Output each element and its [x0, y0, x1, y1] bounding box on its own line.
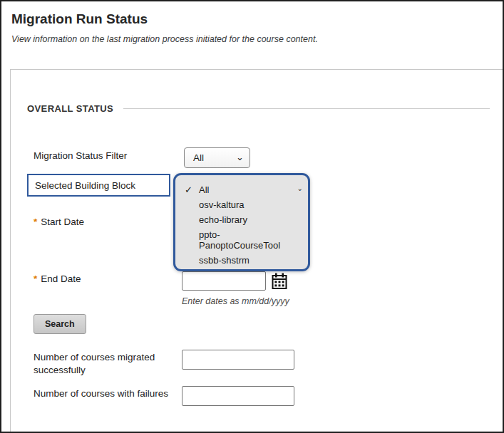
chevron-down-icon: ⌄	[236, 152, 244, 162]
search-button[interactable]: Search	[34, 314, 86, 334]
building-block-dropdown: ⌄ ✓ All osv-kaltura echo-library ppto-Pa…	[173, 173, 310, 271]
start-date-label-text: Start Date	[41, 216, 84, 227]
option-label: ssbb-shstrm	[199, 255, 250, 266]
dropdown-option-ppto-panoptocoursetool[interactable]: ppto-PanoptoCourseTool	[175, 227, 308, 253]
option-label: osv-kaltura	[199, 199, 245, 210]
building-block-option-list: ✓ All osv-kaltura echo-library ppto-Pano…	[175, 182, 308, 268]
option-label: echo-library	[199, 214, 247, 225]
end-date-label-text: End Date	[41, 273, 81, 284]
end-date-input[interactable]	[182, 271, 266, 291]
calendar-picker-button[interactable]	[269, 271, 289, 291]
section-divider	[123, 108, 490, 109]
calendar-icon	[272, 273, 287, 290]
courses-migrated-input[interactable]	[182, 350, 294, 370]
page-title: Migration Run Status	[11, 11, 148, 27]
date-format-hint: Enter dates as mm/dd/yyyy	[182, 296, 289, 306]
page-subtitle: View information on the last migration p…	[11, 34, 318, 44]
overall-status-section-header: OVERALL STATUS	[27, 103, 490, 114]
end-date-label: *End Date	[34, 273, 81, 286]
start-date-label: *Start Date	[34, 216, 84, 229]
courses-migrated-label: Number of courses migrated successfully	[34, 351, 173, 377]
dropdown-option-osv-kaltura[interactable]: osv-kaltura	[175, 197, 308, 212]
migration-status-filter-value: All	[193, 152, 204, 163]
courses-failures-input[interactable]	[182, 386, 294, 406]
migration-status-filter-select[interactable]: All ⌄	[184, 147, 250, 168]
required-asterisk-icon: *	[34, 273, 37, 284]
dropdown-option-echo-library[interactable]: echo-library	[175, 212, 308, 227]
courses-failures-label: Number of courses with failures	[34, 387, 180, 400]
dropdown-option-all[interactable]: ✓ All	[175, 182, 308, 197]
required-asterisk-icon: *	[34, 216, 37, 227]
section-heading: OVERALL STATUS	[27, 103, 113, 114]
migration-status-filter-label: Migration Status Filter	[34, 150, 127, 162]
option-label: ppto-PanoptoCourseTool	[199, 229, 280, 251]
selected-building-block-label-text: Selected Building Block	[35, 180, 135, 191]
option-label: All	[199, 184, 209, 195]
migration-run-status-page: Migration Run Status View information on…	[0, 0, 504, 433]
dropdown-option-ssbb-shstrm[interactable]: ssbb-shstrm	[175, 253, 308, 268]
selected-building-block-label[interactable]: Selected Building Block	[27, 174, 170, 197]
checkmark-icon: ✓	[185, 184, 192, 195]
